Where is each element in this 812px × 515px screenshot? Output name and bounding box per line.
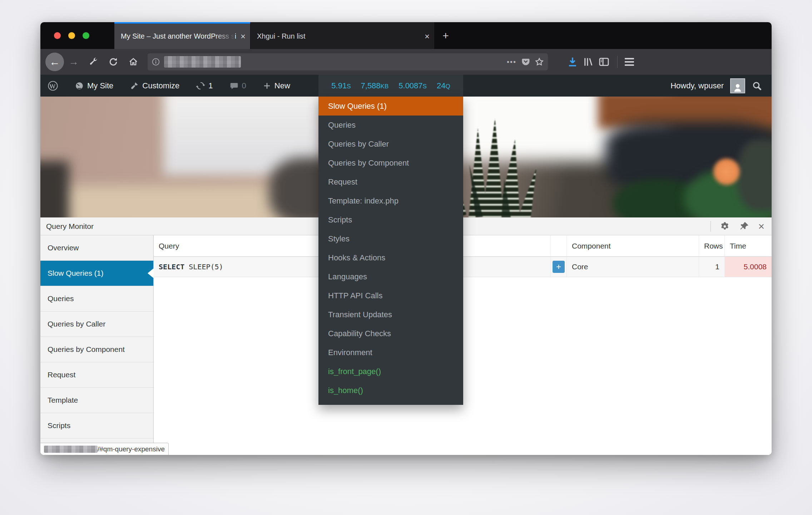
dropdown-item-languages[interactable]: Languages xyxy=(318,267,463,286)
tab-close-icon[interactable]: × xyxy=(420,31,434,41)
photo-monitor xyxy=(40,161,69,217)
dropdown-item-request[interactable]: Request xyxy=(318,172,463,191)
admin-bar-customize[interactable]: Customize xyxy=(130,81,179,90)
time-cell: 5.0008 xyxy=(724,257,772,277)
menu-icon[interactable] xyxy=(625,58,634,66)
avatar[interactable] xyxy=(730,78,745,93)
tab-title: Xhgui - Run list xyxy=(251,32,420,40)
wordpress-logo-icon[interactable] xyxy=(48,80,58,91)
rows-cell: 1 xyxy=(699,257,724,277)
qm-stat-query-count: 24Q xyxy=(437,81,450,90)
customize-brush-icon xyxy=(130,81,139,90)
howdy-user[interactable]: Howdy, wpuser xyxy=(670,81,724,90)
library-icon[interactable] xyxy=(582,56,594,68)
wrench-icon[interactable] xyxy=(83,55,103,69)
qm-nav-scripts[interactable]: Scripts xyxy=(40,413,153,438)
dropdown-item-environment[interactable]: Environment xyxy=(318,343,463,362)
qm-admin-bar-dropdown: Slow Queries (1) Queries Queries by Call… xyxy=(318,97,463,405)
pocket-icon[interactable] xyxy=(521,57,531,67)
close-icon[interactable]: × xyxy=(758,221,764,232)
component-cell: Core xyxy=(566,257,699,277)
zoom-window-button[interactable] xyxy=(83,32,89,39)
dashboard-gauge-icon xyxy=(75,81,84,90)
tab-title-fade xyxy=(215,24,235,49)
dropdown-item-queries-by-caller[interactable]: Queries by Caller xyxy=(318,134,463,153)
dropdown-item-scripts[interactable]: Scripts xyxy=(318,210,463,229)
column-header-component[interactable]: Component xyxy=(566,235,699,257)
home-icon[interactable] xyxy=(123,55,143,69)
admin-bar-comments[interactable]: 0 xyxy=(229,81,246,90)
sql-rest: SLEEP(5) xyxy=(184,263,223,271)
column-header-toggle xyxy=(550,235,566,257)
qm-nav-queries-by-caller[interactable]: Queries by Caller xyxy=(40,312,153,337)
dropdown-item-hooks-actions[interactable]: Hooks & Actions xyxy=(318,248,463,267)
new-label: New xyxy=(274,81,290,90)
forward-button[interactable]: → xyxy=(64,56,83,68)
status-url-suffix: /#qm-query-expensive xyxy=(98,445,165,453)
url-redacted-text xyxy=(164,56,241,68)
toolbar-right-icons xyxy=(566,56,643,68)
qm-stat-db-time: 5.0087S xyxy=(398,81,427,90)
download-icon[interactable] xyxy=(566,56,579,68)
admin-bar-my-site[interactable]: My Site xyxy=(75,81,113,90)
qm-nav-slow-queries[interactable]: Slow Queries (1) xyxy=(40,261,153,286)
link-status-tooltip: /#qm-query-expensive xyxy=(40,443,169,455)
column-header-time[interactable]: Time xyxy=(724,235,772,257)
search-icon[interactable] xyxy=(752,80,762,91)
tab-bar: My Site – Just another WordPress si × Xh… xyxy=(40,22,772,49)
comments-count: 0 xyxy=(242,81,246,90)
qm-tools-divider xyxy=(710,221,711,232)
qm-nav-overview[interactable]: Overview xyxy=(40,235,153,261)
photo-bokeh-orange xyxy=(712,157,741,186)
dropdown-item-queries[interactable]: Queries xyxy=(318,116,463,134)
qm-stat-memory: 7,588KB xyxy=(361,81,389,90)
new-tab-button[interactable]: + xyxy=(434,22,457,49)
dropdown-item-transient-updates[interactable]: Transient Updates xyxy=(318,305,463,324)
back-button[interactable]: ← xyxy=(45,53,64,71)
qm-nav-request[interactable]: Request xyxy=(40,362,153,388)
bookmark-star-icon[interactable] xyxy=(534,57,544,67)
tab-my-site[interactable]: My Site – Just another WordPress si × xyxy=(114,22,250,49)
dropdown-item-is-front-page[interactable]: is_front_page() xyxy=(318,362,463,381)
dropdown-item-http-api-calls[interactable]: HTTP API Calls xyxy=(318,286,463,305)
tab-close-icon[interactable]: × xyxy=(236,31,250,41)
query-monitor-admin-bar-stats[interactable]: 5.91S 7,588KB 5.0087S 24Q xyxy=(318,75,463,97)
dropdown-item-template[interactable]: Template: index.php xyxy=(318,191,463,210)
comments-bubble-icon xyxy=(229,81,239,90)
updates-icon xyxy=(196,81,205,90)
pin-icon[interactable] xyxy=(739,221,749,232)
url-bar[interactable]: ••• xyxy=(148,53,548,70)
sql-keyword: SELECT xyxy=(159,263,184,271)
dropdown-item-queries-by-component[interactable]: Queries by Component xyxy=(318,153,463,172)
qm-nav-queries-by-component[interactable]: Queries by Component xyxy=(40,337,153,362)
my-site-label: My Site xyxy=(87,81,113,90)
window-controls xyxy=(40,22,114,49)
dropdown-item-is-home[interactable]: is_home() xyxy=(318,381,463,400)
qm-stat-page-time: 5.91S xyxy=(331,81,351,90)
qm-nav-template[interactable]: Template xyxy=(40,388,153,413)
column-header-rows[interactable]: Rows xyxy=(699,235,724,257)
dropdown-item-styles[interactable]: Styles xyxy=(318,229,463,248)
qm-nav-queries[interactable]: Queries xyxy=(40,286,153,312)
qm-panel-title: Query Monitor xyxy=(40,222,94,231)
selected-notch xyxy=(148,268,154,278)
settings-gear-icon[interactable] xyxy=(719,221,730,232)
browser-window: My Site – Just another WordPress si × Xh… xyxy=(40,22,772,455)
tab-xhgui[interactable]: Xhgui - Run list × xyxy=(250,22,434,49)
toggle-cell: + xyxy=(550,257,566,277)
close-window-button[interactable] xyxy=(54,32,61,39)
plus-icon xyxy=(263,82,271,90)
qm-sidebar: Overview Slow Queries (1) Queries Querie… xyxy=(40,235,154,455)
navigation-toolbar: ← → ••• xyxy=(40,49,772,75)
site-info-icon[interactable] xyxy=(151,57,160,67)
reload-icon[interactable] xyxy=(103,55,123,69)
expand-row-button[interactable]: + xyxy=(553,261,565,273)
admin-bar-new[interactable]: New xyxy=(263,81,290,90)
sidebar-toggle-icon[interactable] xyxy=(598,56,610,68)
dropdown-item-slow-queries[interactable]: Slow Queries (1) xyxy=(318,97,463,116)
page-actions-icon[interactable]: ••• xyxy=(507,58,516,66)
dropdown-item-capability-checks[interactable]: Capability Checks xyxy=(318,324,463,343)
minimize-window-button[interactable] xyxy=(68,32,75,39)
admin-bar-updates[interactable]: 1 xyxy=(196,81,213,90)
updates-count: 1 xyxy=(208,81,213,90)
